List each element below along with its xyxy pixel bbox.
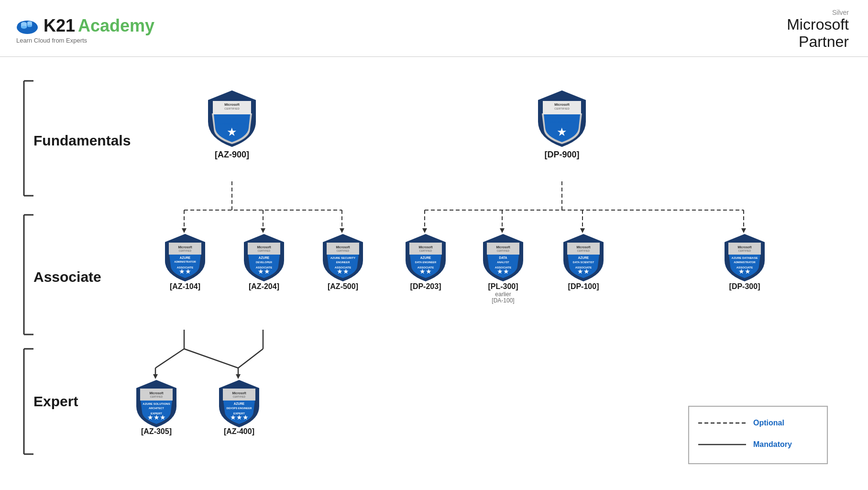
svg-text:CERTIFIED: CERTIFIED [233, 395, 246, 398]
svg-text:Microsoft: Microsoft [224, 103, 240, 106]
logo: K21Academy [14, 16, 154, 36]
svg-text:★★: ★★ [258, 267, 270, 275]
diagram-area: Fundamentals Associate Expert [10, 62, 858, 475]
main-content: Fundamentals Associate Expert [0, 57, 868, 480]
partner-silver: Silver [787, 9, 849, 16]
pl300-da100: [DA-100] [492, 297, 514, 304]
svg-text:FUNDAMENTALS: FUNDAMENTALS [548, 121, 576, 124]
svg-text:ARCHITECT: ARCHITECT [149, 407, 164, 410]
svg-text:AZURE: AZURE [225, 117, 239, 121]
svg-line-44 [184, 349, 238, 368]
code-pl300: [PL-300] [488, 282, 518, 290]
svg-text:AZURE: AZURE [234, 402, 245, 405]
svg-text:AZURE: AZURE [180, 256, 191, 259]
partner-partner: Partner [787, 33, 849, 51]
svg-text:ENGINEER: ENGINEER [336, 261, 350, 264]
svg-text:★★: ★★ [337, 267, 349, 275]
svg-text:FUNDAMENTALS: FUNDAMENTALS [218, 122, 246, 125]
svg-text:★★: ★★ [497, 267, 509, 275]
svg-marker-42 [153, 374, 158, 379]
badge-dp900: ★ Microsoft CERTIFIED AZURE DATA FUNDAME… [538, 90, 586, 147]
svg-text:★★★: ★★★ [230, 413, 249, 421]
svg-point-5 [21, 26, 27, 29]
svg-text:Associate: Associate [33, 269, 101, 285]
pl300-earlier: earlier [495, 291, 511, 298]
badge-az900: ★ Microsoft CERTIFIED AZURE FUNDAMENTALS [208, 90, 256, 147]
svg-text:★★: ★★ [577, 267, 590, 275]
code-az104: [AZ-104] [170, 282, 200, 290]
svg-text:AZURE DATA: AZURE DATA [550, 115, 574, 120]
svg-text:AZURE SOLUTIONS: AZURE SOLUTIONS [143, 402, 170, 405]
svg-text:CERTIFIED: CERTIFIED [554, 107, 570, 110]
svg-text:AZURE: AZURE [420, 256, 431, 259]
svg-text:CERTIFIED: CERTIFIED [738, 249, 751, 252]
svg-marker-28 [340, 228, 344, 233]
svg-text:CERTIFIED: CERTIFIED [258, 249, 271, 252]
svg-text:AZURE: AZURE [578, 256, 589, 259]
svg-text:CERTIFIED: CERTIFIED [150, 395, 163, 398]
svg-text:★★: ★★ [179, 267, 191, 275]
svg-marker-36 [580, 228, 585, 233]
header: K21Academy Learn Cloud from Experts Silv… [0, 0, 868, 57]
svg-text:CERTIFIED: CERTIFIED [577, 249, 590, 252]
svg-marker-47 [236, 374, 241, 379]
logo-academy: Academy [78, 16, 154, 36]
svg-text:ADMINISTRATOR: ADMINISTRATOR [174, 260, 196, 263]
code-dp300: [DP-300] [729, 282, 760, 290]
svg-text:Microsoft: Microsoft [178, 245, 192, 249]
code-dp100: [DP-100] [568, 282, 599, 290]
code-dp900: [DP-900] [544, 150, 579, 159]
svg-text:Microsoft: Microsoft [336, 245, 350, 249]
code-dp203: [DP-203] [410, 282, 441, 290]
logo-tagline: Learn Cloud from Experts [16, 37, 87, 44]
svg-text:Fundamentals: Fundamentals [33, 133, 131, 148]
svg-text:Microsoft: Microsoft [257, 245, 271, 249]
svg-marker-26 [261, 228, 265, 233]
svg-text:AZURE: AZURE [259, 256, 270, 259]
logo-k21: K21 [44, 16, 75, 36]
svg-text:DATA ENGINEER: DATA ENGINEER [415, 261, 437, 264]
svg-text:★★★: ★★★ [147, 413, 166, 421]
code-az305: [AZ-305] [141, 427, 172, 435]
svg-text:Microsoft: Microsoft [554, 103, 570, 106]
svg-line-40 [155, 349, 184, 368]
cloud-icon [14, 17, 41, 35]
svg-marker-32 [422, 228, 427, 233]
legend-optional: Optional [753, 419, 784, 427]
svg-text:★: ★ [557, 125, 567, 138]
svg-text:CERTIFIED: CERTIFIED [497, 249, 510, 252]
svg-text:DEVELOPER: DEVELOPER [256, 261, 272, 264]
svg-marker-24 [182, 228, 187, 233]
cert-diagram: Fundamentals Associate Expert [10, 62, 851, 473]
code-az400: [AZ-400] [224, 427, 254, 435]
legend-mandatory: Mandatory [753, 440, 792, 448]
code-az204: [AZ-204] [249, 282, 279, 290]
svg-text:Microsoft: Microsoft [496, 245, 510, 249]
svg-text:★★: ★★ [738, 267, 751, 275]
svg-text:DEVOPS ENGINEER: DEVOPS ENGINEER [226, 407, 252, 410]
svg-text:CERTIFIED: CERTIFIED [419, 249, 432, 252]
code-az900: [AZ-900] [215, 150, 249, 159]
svg-marker-34 [500, 228, 505, 233]
svg-text:Microsoft: Microsoft [149, 391, 164, 395]
svg-text:CERTIFIED: CERTIFIED [337, 249, 350, 252]
svg-text:ANALYST: ANALYST [497, 261, 509, 264]
svg-text:Microsoft: Microsoft [418, 245, 433, 249]
svg-text:CERTIFIED: CERTIFIED [179, 249, 192, 252]
svg-text:★: ★ [227, 125, 237, 138]
svg-text:Microsoft: Microsoft [737, 245, 752, 249]
legend-box [689, 406, 827, 464]
svg-text:Microsoft: Microsoft [576, 245, 591, 249]
code-az500: [AZ-500] [328, 282, 358, 290]
svg-text:Expert: Expert [33, 393, 78, 409]
svg-text:★★: ★★ [419, 267, 432, 275]
svg-text:AZURE SECURITY: AZURE SECURITY [330, 256, 356, 259]
svg-text:DATA SCIENTIST: DATA SCIENTIST [573, 261, 594, 264]
svg-text:ADMINISTRATOR: ADMINISTRATOR [734, 261, 756, 264]
svg-line-45 [238, 349, 263, 368]
partner-microsoft: Microsoft [787, 16, 849, 33]
svg-text:CERTIFIED: CERTIFIED [224, 107, 240, 110]
svg-marker-38 [741, 228, 746, 233]
svg-text:AZURE DATABASE: AZURE DATABASE [732, 256, 758, 259]
svg-point-8 [27, 24, 32, 27]
